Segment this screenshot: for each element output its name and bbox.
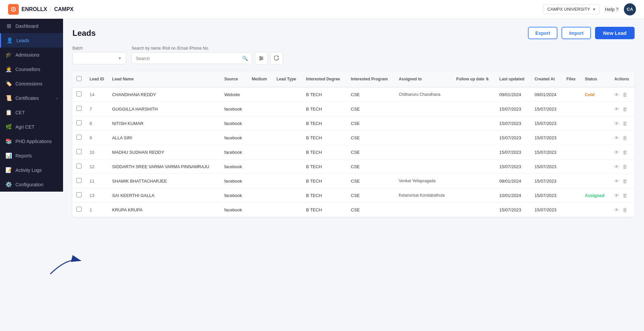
sidebar-item-leads[interactable]: 👤 Leads	[0, 33, 63, 48]
activity-logs-icon: 📝	[5, 167, 12, 173]
status-cell	[581, 145, 610, 159]
sidebar-item-agri-cet[interactable]: 🌿 Agri CET	[0, 120, 63, 134]
table-row: 10 MADHU SUDHAN REDDY facebook B TECH CS…	[72, 145, 635, 159]
degree-cell: B TECH	[302, 145, 347, 159]
delete-icon[interactable]: 🗑	[623, 106, 628, 112]
row-checkbox-cell	[72, 174, 86, 188]
delete-icon[interactable]: 🗑	[623, 193, 628, 198]
degree-cell: B TECH	[302, 159, 347, 174]
row-checkbox[interactable]	[76, 178, 82, 183]
created-at-cell: 09/01/2024	[531, 87, 562, 102]
search-input-wrap: 🔍	[131, 53, 252, 64]
reset-filter-button[interactable]	[270, 52, 283, 65]
delete-icon[interactable]: 🗑	[623, 207, 628, 213]
col-medium: Medium	[248, 71, 273, 87]
lead-type-cell	[272, 131, 302, 145]
sidebar-item-label: Reports	[15, 153, 32, 158]
sidebar-item-phd-applications[interactable]: 📚 PHD Applications	[0, 134, 63, 148]
row-checkbox[interactable]	[76, 135, 82, 140]
table-row: 11 SHAMIK BHATTACHARJEE facebook B TECH …	[72, 174, 635, 188]
view-icon[interactable]: 👁	[614, 178, 619, 184]
program-cell: CSE	[347, 174, 395, 188]
col-lead-name: Lead Name	[108, 71, 220, 87]
row-checkbox[interactable]	[76, 192, 82, 197]
delete-icon[interactable]: 🗑	[623, 164, 628, 170]
page-header: Leads Export Import New Lead	[72, 27, 635, 39]
select-all-checkbox[interactable]	[76, 76, 82, 81]
files-cell	[562, 116, 581, 131]
col-follow-up-date[interactable]: Follow up date ⇅	[452, 71, 495, 87]
sidebar-item-label: PHD Applications	[15, 139, 52, 144]
filter-options-button[interactable]	[255, 52, 268, 65]
table-row: 14 CHANDHANA REDDY Website B TECH CSE Ch…	[72, 87, 635, 102]
sidebar-item-activity-logs[interactable]: 📝 Activity Logs	[0, 163, 63, 177]
svg-point-4	[260, 57, 261, 58]
row-checkbox[interactable]	[76, 163, 82, 169]
view-icon[interactable]: 👁	[614, 149, 619, 155]
sidebar-item-counsellors[interactable]: 🧑‍💼 Counsellors	[0, 62, 63, 76]
search-section: Search by name /Roll no /Email /Phone No…	[131, 46, 283, 65]
delete-icon[interactable]: 🗑	[623, 121, 628, 126]
last-updated-cell: 15/07/2023	[495, 131, 531, 145]
row-checkbox-cell	[72, 131, 86, 145]
sidebar: ⊞ Dashboard 👤 Leads 🎓 Admissions 🧑‍💼 Cou…	[0, 19, 63, 192]
university-selector[interactable]: CAMPX UNIVERSITY ▾	[543, 4, 600, 14]
delete-icon[interactable]: 🗑	[623, 92, 628, 97]
search-container: 🔍	[131, 52, 283, 65]
view-icon[interactable]: 👁	[614, 164, 619, 170]
view-icon[interactable]: 👁	[614, 207, 619, 213]
table-row: 12 SIDDARTH SREE VARMA VARMA PINNAMRAJU …	[72, 159, 635, 174]
help-button[interactable]: Help ?	[605, 7, 619, 12]
program-cell: CSE	[347, 159, 395, 174]
batch-select[interactable]: ▾	[72, 52, 126, 64]
lead-name-cell: NITISH KUMAR	[108, 116, 220, 131]
lead-type-cell	[272, 159, 302, 174]
sidebar-item-reports[interactable]: 📊 Reports	[0, 148, 63, 163]
lead-type-cell	[272, 145, 302, 159]
created-at-cell: 15/07/2023	[531, 174, 562, 188]
source-cell: Website	[220, 87, 248, 102]
view-icon[interactable]: 👁	[614, 193, 619, 198]
view-icon[interactable]: 👁	[614, 92, 619, 97]
delete-icon[interactable]: 🗑	[623, 149, 628, 155]
col-source: Source	[220, 71, 248, 87]
logo-enrollx: ENROLLX	[21, 6, 47, 12]
files-cell	[562, 145, 581, 159]
sidebar-item-dashboard[interactable]: ⊞ Dashboard	[0, 19, 63, 33]
new-lead-button[interactable]: New Lead	[595, 27, 635, 39]
delete-icon[interactable]: 🗑	[623, 178, 628, 184]
sidebar-item-configuration[interactable]: ⚙️ Configuration	[0, 177, 63, 192]
sidebar-item-label: Leads	[16, 38, 29, 43]
view-icon[interactable]: 👁	[614, 106, 619, 112]
delete-icon[interactable]: 🗑	[623, 135, 628, 141]
search-input[interactable]	[136, 56, 242, 61]
sidebar-item-admissions[interactable]: 🎓 Admissions	[0, 48, 63, 62]
sidebar-item-cet[interactable]: 📋 CET	[0, 105, 63, 120]
import-button[interactable]: Import	[561, 27, 591, 39]
refresh-icon	[274, 56, 279, 61]
view-icon[interactable]: 👁	[614, 121, 619, 126]
status-cell	[581, 159, 610, 174]
lead-name-cell: SIDDARTH SREE VARMA VARMA PINNAMRAJU	[108, 159, 220, 174]
created-at-cell: 15/07/2023	[531, 116, 562, 131]
files-cell	[562, 174, 581, 188]
status-badge: Assigned	[585, 193, 604, 198]
created-at-cell: 15/07/2023	[531, 145, 562, 159]
row-checkbox[interactable]	[76, 207, 82, 212]
lead-id-cell: 1	[86, 203, 108, 217]
row-checkbox[interactable]	[76, 91, 82, 96]
source-cell: facebook	[220, 145, 248, 159]
row-checkbox[interactable]	[76, 149, 82, 154]
export-button[interactable]: Export	[528, 27, 557, 39]
view-icon[interactable]: 👁	[614, 135, 619, 141]
search-icon: 🔍	[242, 56, 248, 61]
sidebar-item-concessions[interactable]: 🏷️ Concessions	[0, 76, 63, 91]
avatar[interactable]: CA	[624, 3, 636, 15]
col-lead-type: Lead Type	[272, 71, 302, 87]
sidebar-item-label: Admissions	[15, 52, 40, 58]
medium-cell	[248, 87, 273, 102]
table-row: 9 ALLA SIRI facebook B TECH CSE 15/07/20…	[72, 131, 635, 145]
row-checkbox[interactable]	[76, 120, 82, 125]
sidebar-item-certificates[interactable]: 📜 Certificates ›	[0, 91, 63, 105]
row-checkbox[interactable]	[76, 106, 82, 111]
